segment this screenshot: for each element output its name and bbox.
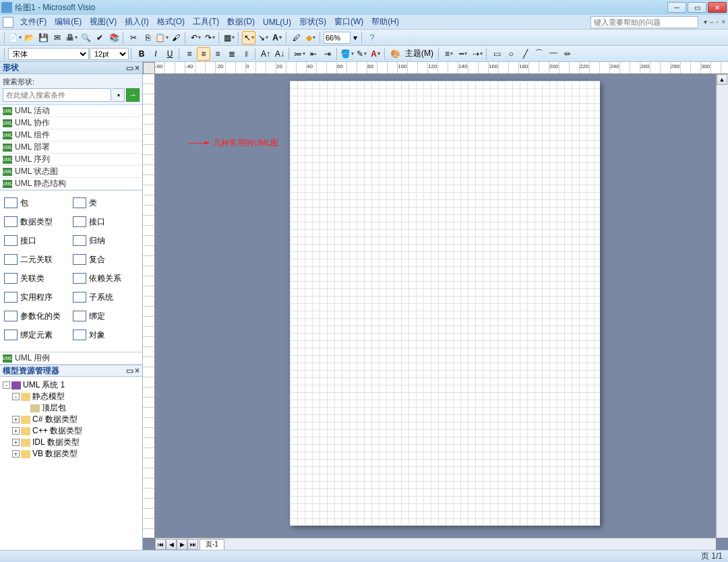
pencil-tool[interactable]: ✏ xyxy=(561,47,574,61)
menu-view[interactable]: 视图(V) xyxy=(86,15,121,29)
text-tool-button[interactable]: A xyxy=(270,31,284,44)
minimize-button[interactable]: ─ xyxy=(667,2,686,13)
print-button[interactable]: 🖶 xyxy=(65,31,78,44)
horizontal-scrollbar[interactable]: ⏮ ◀ ▶ ⏭ 页-1 xyxy=(155,538,716,550)
tree-toggle-icon[interactable]: - xyxy=(12,393,20,400)
shape-item[interactable]: 数据类型 xyxy=(3,212,71,231)
last-page-button[interactable]: ⏭ xyxy=(187,539,198,550)
first-page-button[interactable]: ⏮ xyxy=(155,539,166,550)
align-justify-button[interactable]: ≣ xyxy=(225,47,239,61)
distribute-button[interactable]: ⫴ xyxy=(239,47,253,61)
paste-button[interactable]: 📋 xyxy=(155,31,169,44)
search-go-button[interactable]: → xyxy=(126,88,140,102)
scroll-up-button[interactable]: ▲ xyxy=(717,74,727,85)
print-preview-button[interactable]: 🔍 xyxy=(79,31,92,44)
menu-help[interactable]: 帮助(H) xyxy=(367,15,403,29)
shape-item[interactable]: 子系统 xyxy=(71,288,140,307)
help-button[interactable]: ? xyxy=(365,31,379,44)
shape-item[interactable]: 依赖关系 xyxy=(71,269,140,288)
stencil-item[interactable]: UMLUML 用例 xyxy=(0,352,142,365)
tree-node[interactable]: 顶层包 xyxy=(3,402,140,414)
stencil-item[interactable]: UMLUML 序列 xyxy=(0,154,142,166)
redo-button[interactable]: ↷ xyxy=(203,31,216,44)
font-color-button[interactable]: A xyxy=(369,47,382,61)
cut-button[interactable]: ✂ xyxy=(127,31,140,44)
menu-uml[interactable]: UML(U) xyxy=(259,16,295,28)
stencil-item[interactable]: UMLUML 部署 xyxy=(0,142,142,154)
open-button[interactable]: 📂 xyxy=(22,31,36,44)
ink-button[interactable]: 🖊 xyxy=(290,31,303,44)
rectangle-tool[interactable]: ▭ xyxy=(490,47,504,61)
undo-button[interactable]: ↶ xyxy=(189,31,202,44)
menu-shape[interactable]: 形状(S) xyxy=(295,15,330,29)
shape-item[interactable]: 二元关联 xyxy=(3,250,71,269)
menu-edit[interactable]: 编辑(E) xyxy=(51,15,86,29)
zoom-dropdown[interactable]: ▾ xyxy=(351,31,359,44)
decrease-font-button[interactable]: A↓ xyxy=(273,47,286,61)
zoom-input[interactable] xyxy=(324,32,351,44)
stencil-item[interactable]: UMLUML 静态结构 xyxy=(0,178,142,190)
italic-button[interactable]: I xyxy=(149,47,162,61)
vertical-scrollbar[interactable]: ▲ xyxy=(716,74,728,538)
shape-item[interactable]: 归纳 xyxy=(71,231,140,250)
connector-tool-button[interactable]: ↘ xyxy=(256,31,270,44)
pointer-tool-button[interactable]: ↖ xyxy=(242,31,255,44)
search-input[interactable] xyxy=(3,88,111,102)
align-center-button[interactable]: ≡ xyxy=(197,47,210,61)
font-name-select[interactable]: 宋体 xyxy=(8,48,89,60)
prev-page-button[interactable]: ◀ xyxy=(166,539,177,550)
menu-data[interactable]: 数据(D) xyxy=(223,15,259,29)
line-ends-button[interactable]: ⇢ xyxy=(471,47,484,61)
menu-insert[interactable]: 插入(I) xyxy=(121,15,152,29)
shape-item[interactable]: 接口 xyxy=(3,231,71,250)
shape-item[interactable]: 绑定 xyxy=(71,307,140,325)
canvas-viewport[interactable]: 几种常用的UML图 xyxy=(155,74,716,538)
help-search-input[interactable] xyxy=(590,16,698,28)
bullets-button[interactable]: ≔ xyxy=(293,47,306,61)
bold-button[interactable]: B xyxy=(135,47,148,61)
menu-format[interactable]: 格式(O) xyxy=(153,15,189,29)
tree-node[interactable]: +C# 数据类型 xyxy=(3,414,140,425)
stencil-item[interactable]: UMLUML 状态图 xyxy=(0,166,142,178)
shape-item[interactable]: 类 xyxy=(71,193,140,212)
menu-tools[interactable]: 工具(T) xyxy=(189,15,223,29)
line-tool[interactable]: ╱ xyxy=(518,47,532,61)
format-painter-button[interactable]: 🖌 xyxy=(169,31,183,44)
line-weight-button[interactable]: ≡ xyxy=(442,47,456,61)
arc-tool[interactable]: ⌒ xyxy=(533,47,546,61)
stencil-item[interactable]: UMLUML 组件 xyxy=(0,129,142,142)
save-button[interactable]: 💾 xyxy=(36,31,50,44)
tree-node[interactable]: -UML 系统 1 xyxy=(3,379,140,391)
tree-node[interactable]: -静态模型 xyxy=(3,391,140,402)
next-page-button[interactable]: ▶ xyxy=(177,539,187,550)
document-icon[interactable] xyxy=(3,17,13,28)
line-color-button[interactable]: ✎ xyxy=(355,47,368,61)
page-tab[interactable]: 页-1 xyxy=(200,539,224,550)
tree-toggle-icon[interactable]: - xyxy=(3,381,10,389)
panel-close-icon[interactable]: × xyxy=(135,63,140,73)
increase-indent-button[interactable]: ⇥ xyxy=(321,47,334,61)
decrease-indent-button[interactable]: ⇤ xyxy=(307,47,320,61)
align-left-button[interactable]: ≡ xyxy=(183,47,196,61)
tree-node[interactable]: +IDL 数据类型 xyxy=(3,437,140,448)
font-size-select[interactable]: 12pt xyxy=(90,48,129,60)
menu-file[interactable]: 文件(F) xyxy=(16,15,51,29)
panel-menu-icon[interactable]: ▭ xyxy=(126,63,133,73)
tree-toggle-icon[interactable]: + xyxy=(12,427,20,435)
freeform-tool[interactable]: 〰 xyxy=(547,47,560,61)
shape-item[interactable]: 关联类 xyxy=(3,269,71,288)
panel-menu-icon[interactable]: ▭ xyxy=(126,366,133,375)
shape-item[interactable]: 复合 xyxy=(71,250,140,269)
fill-color-button[interactable]: ◆ xyxy=(304,31,317,44)
align-right-button[interactable]: ≡ xyxy=(211,47,224,61)
sub-dropdown-icon[interactable]: ▾ xyxy=(704,18,707,26)
tree-toggle-icon[interactable]: + xyxy=(12,416,20,423)
drawing-page[interactable] xyxy=(290,81,600,526)
ellipse-tool[interactable]: ○ xyxy=(504,47,518,61)
email-button[interactable]: ✉ xyxy=(51,31,64,44)
research-button[interactable]: 📚 xyxy=(107,31,121,44)
close-button[interactable]: ✕ xyxy=(708,2,727,13)
menu-window[interactable]: 窗口(W) xyxy=(330,15,367,29)
theme-label[interactable]: 主题(M) xyxy=(402,48,436,59)
shape-item[interactable]: 绑定元素 xyxy=(3,325,71,344)
